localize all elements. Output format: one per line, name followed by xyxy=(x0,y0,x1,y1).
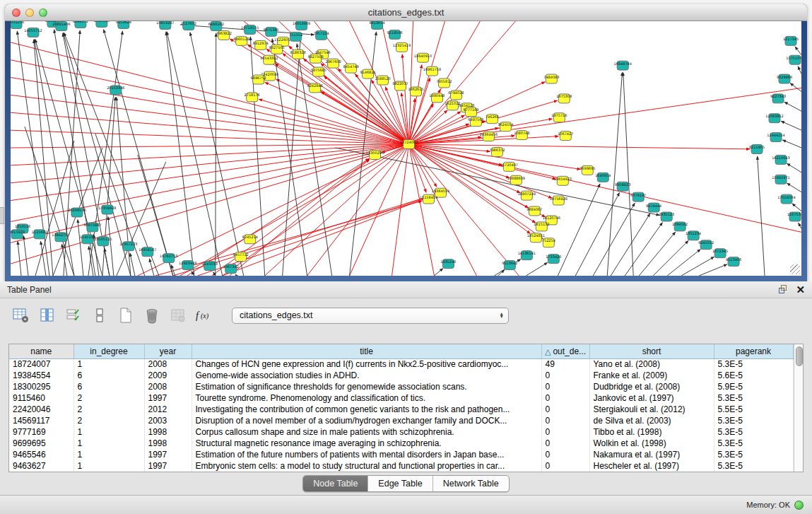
graph-node[interactable]: 1067427 xyxy=(558,132,573,141)
graph-node[interactable]: 1080748 xyxy=(514,131,529,140)
graph-node[interactable]: 10719155 xyxy=(241,25,259,34)
graph-node[interactable]: 16782753 xyxy=(160,254,177,263)
graph-node[interactable]: 1733426 xyxy=(546,255,561,264)
graph-node[interactable]: 12325419 xyxy=(393,42,411,52)
graph-node[interactable]: 10688609 xyxy=(507,175,525,185)
graph-node[interactable]: 9896752 xyxy=(251,75,266,84)
column-header-title[interactable]: title xyxy=(192,344,541,358)
graph-node[interactable]: 17016504 xyxy=(777,194,795,204)
graph-node[interactable]: 15751074 xyxy=(786,55,801,64)
graph-node[interactable]: 8822037 xyxy=(392,81,408,90)
network-canvas[interactable]: 1872400718300295193845541515845479638228… xyxy=(11,21,801,276)
graph-node[interactable]: 8454749 xyxy=(343,64,358,73)
graph-node[interactable]: 16210643 xyxy=(772,155,789,164)
graph-node[interactable]: 746266 xyxy=(486,115,499,124)
graph-node[interactable]: 6794028 xyxy=(448,90,464,100)
table-row[interactable]: 1456911722003Disruption of a novel membe… xyxy=(9,415,793,426)
float-panel-icon[interactable] xyxy=(779,285,789,294)
graph-node[interactable]: 16543382 xyxy=(260,55,278,64)
canvas-resize-grip[interactable] xyxy=(790,264,800,274)
graph-node[interactable]: 7986372 xyxy=(489,148,505,157)
table-scrollbar[interactable] xyxy=(794,344,804,472)
graph-node[interactable]: 6466162 xyxy=(208,21,224,30)
graph-node[interactable]: 16958167 xyxy=(139,247,156,257)
new-table-button[interactable] xyxy=(116,305,136,325)
graph-node[interactable]: 6379197 xyxy=(630,192,646,201)
table-row[interactable]: 977716911998Corpus callosum shape and si… xyxy=(9,426,793,438)
table-row[interactable]: 2242004622012Investigating the contribut… xyxy=(9,404,793,415)
table-row[interactable]: 1830029562008Estimation of significance … xyxy=(9,381,793,392)
graph-node[interactable]: 9827505 xyxy=(269,45,285,54)
graph-node[interactable]: 5975685 xyxy=(311,67,326,76)
graph-node[interactable]: 15692971 xyxy=(772,175,789,184)
graph-node[interactable]: 1527602 xyxy=(181,21,196,30)
minimize-window-button[interactable] xyxy=(25,8,34,17)
graph-node[interactable]: 12444154 xyxy=(767,133,784,142)
graph-node[interactable]: 13505115 xyxy=(94,237,112,246)
graph-node[interactable]: 8944371 xyxy=(73,21,88,28)
graph-node[interactable]: 1935246 xyxy=(440,259,456,269)
graph-node[interactable]: 9146821 xyxy=(360,69,375,78)
graph-node[interactable]: 1167534 xyxy=(787,212,801,221)
graph-node[interactable]: 19756928 xyxy=(550,196,567,205)
graph-node[interactable]: 7963822 xyxy=(216,30,232,40)
graph-node[interactable]: 7357224 xyxy=(314,30,329,40)
graph-node[interactable]: 17957223 xyxy=(119,242,137,251)
graph-node[interactable]: 3915923 xyxy=(11,230,25,239)
panel-collapse-nub[interactable] xyxy=(0,207,4,224)
graph-node[interactable]: 20153346 xyxy=(107,86,124,95)
graph-node[interactable]: 16648784 xyxy=(614,61,632,70)
graph-node[interactable]: 1351234 xyxy=(686,231,701,240)
graph-node[interactable]: 9671385 xyxy=(264,27,279,36)
graph-node[interactable]: 9153624 xyxy=(116,21,131,28)
graph-node[interactable]: 1067342 xyxy=(223,264,239,274)
graph-node[interactable]: 1217345 xyxy=(783,36,799,45)
tab-edge-table[interactable]: Edge Table xyxy=(368,476,433,491)
graph-node[interactable]: 8912974 xyxy=(253,40,269,49)
graph-node[interactable]: 18640910 xyxy=(414,53,432,62)
graph-node[interactable]: 9227343 xyxy=(770,94,786,103)
graph-node[interactable]: 19654923 xyxy=(554,176,572,185)
tab-network-table[interactable]: Network Table xyxy=(433,476,509,491)
graph-node[interactable]: 8215955 xyxy=(749,145,765,154)
graph-node[interactable]: 9245012 xyxy=(698,240,714,250)
graph-node[interactable]: 17359928 xyxy=(98,205,116,214)
table-row[interactable]: 946554611997Estimation of the future num… xyxy=(9,449,793,460)
delete-table-button[interactable] xyxy=(168,305,188,325)
tab-node-table[interactable]: Node Table xyxy=(303,476,368,491)
graph-node[interactable]: 9513642 xyxy=(502,261,517,270)
graph-node[interactable]: 16961758 xyxy=(423,66,441,76)
graph-node[interactable]: 9777169 xyxy=(463,107,478,117)
column-header-name[interactable]: name xyxy=(9,344,73,358)
graph-node[interactable]: 20206576 xyxy=(68,208,86,217)
select-rows-button[interactable]: ✓✓ xyxy=(64,305,83,325)
graph-node[interactable]: 1588520 xyxy=(375,76,390,85)
graph-node[interactable]: 9329966 xyxy=(777,74,792,83)
graph-node[interactable]: 9513456 xyxy=(726,257,741,267)
graph-node[interactable]: 1990448 xyxy=(429,93,445,103)
close-panel-icon[interactable]: ✕ xyxy=(796,284,805,295)
delete-rows-button[interactable] xyxy=(142,305,162,325)
graph-node[interactable]: 16053809 xyxy=(293,21,310,30)
table-row[interactable]: 969969511998Structural magnetic resonanc… xyxy=(9,438,793,449)
graph-node[interactable]: 90975887 xyxy=(83,223,101,232)
table-row[interactable]: 911546021997Tourette syndrome. Phenomeno… xyxy=(9,392,793,404)
function-builder-button[interactable]: f(x) xyxy=(194,305,214,325)
graph-node[interactable]: 1862615 xyxy=(408,87,423,96)
graph-node[interactable]: 10653287 xyxy=(156,21,174,29)
graph-node[interactable]: 1640954 xyxy=(595,173,611,182)
graph-node[interactable]: 752254 xyxy=(542,238,555,247)
graph-node[interactable]: 3624554 xyxy=(498,122,513,132)
graph-node[interactable]: 15158454 xyxy=(420,194,437,204)
table-row[interactable]: 1872400712008Changes of HCN gene express… xyxy=(9,358,793,370)
graph-node[interactable]: 8958923 xyxy=(615,182,630,191)
graph-node[interactable]: 1115682 xyxy=(32,230,47,239)
graph-node[interactable]: 8813054 xyxy=(369,21,384,29)
graph-node[interactable]: 2031256 xyxy=(11,21,24,28)
graph-node[interactable]: 14136141 xyxy=(518,251,536,260)
graph-node[interactable]: 2718176 xyxy=(245,93,260,102)
table-scrollbar-thumb[interactable] xyxy=(796,346,803,366)
graph-node[interactable]: 14055712 xyxy=(24,28,42,37)
close-window-button[interactable] xyxy=(12,8,20,17)
graph-node[interactable]: 9218506 xyxy=(387,30,402,39)
